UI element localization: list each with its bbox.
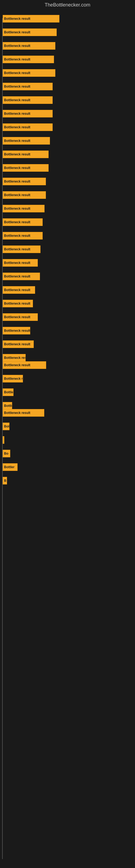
bottleneck-bar: Bottleneck result <box>3 137 50 145</box>
bar-label: Bottleneck result <box>4 356 26 360</box>
bottleneck-bar: Bottleneck result <box>3 69 55 77</box>
bottleneck-bar: Bottleneck result <box>3 29 57 36</box>
bar-label: Bottleneck result <box>4 234 30 238</box>
bar-label: Bottleneck result <box>4 363 30 367</box>
bottleneck-bar: Bottleneck result <box>3 246 41 253</box>
bottleneck-bar: Bottleneck result <box>3 96 53 104</box>
bottleneck-bar: Bottleneck result <box>3 354 26 362</box>
bar-label: Bottleneck result <box>4 44 30 48</box>
bottleneck-bar: Bottleneck result <box>3 56 54 63</box>
bottleneck-bar: Bottleneck result <box>3 375 23 382</box>
bar-label: Bottleneck result <box>4 139 30 143</box>
bottleneck-bar: B <box>3 477 7 485</box>
bar-label: Bottleneck result <box>4 17 30 21</box>
bottleneck-bar: Bottleneck result <box>3 15 59 23</box>
bottleneck-bar: Bottleneck result <box>3 389 13 396</box>
bottleneck-bar: Bottleneck result <box>3 313 38 321</box>
bottleneck-bar: Bottleneck result <box>3 205 45 212</box>
bar-label: Bottleneck result <box>4 411 30 415</box>
bar-label: Bottleneck result <box>4 247 30 251</box>
bar-label: Bottleneck result <box>4 220 30 224</box>
bar-label: Bottleneck result <box>4 329 30 333</box>
bar-label: Bottleneck result <box>4 404 12 408</box>
bottleneck-bar: Bottleneck result <box>3 178 46 185</box>
bar-label: Bottleneck result <box>4 193 30 197</box>
bar-label: Bottleneck result <box>4 288 30 292</box>
chart-area: Bottleneck resultBottleneck resultBottle… <box>0 10 135 867</box>
bottleneck-bar: Bottleneck result <box>3 409 44 416</box>
bar-label: Bottleneck result <box>4 302 30 305</box>
bar-label: Bottleneck result <box>4 112 30 116</box>
bar-label: Bottleneck result <box>4 342 30 346</box>
bottleneck-bar: Bottleneck result <box>3 259 38 267</box>
bar-label: Bottleneck result <box>4 30 30 34</box>
bar-label: Bottleneck result <box>4 180 30 183</box>
bottleneck-bar: Bottleneck result <box>3 300 33 307</box>
bottleneck-bar: Bo <box>3 450 10 457</box>
bar-label: Bottleneck result <box>4 166 30 170</box>
bottleneck-bar: Bottleneck result <box>3 110 53 118</box>
bottleneck-bar: Bottleneck result <box>3 218 43 226</box>
bottleneck-bar: Bottleneck result <box>3 123 53 131</box>
bar-label: Bo <box>4 452 8 456</box>
bar-label: Bottleneck result <box>4 98 30 102</box>
bar-label: Bottleneck result <box>4 85 30 88</box>
bar-label: Bottleneck result <box>4 390 13 394</box>
bar-label: Bottleneck result <box>4 261 30 265</box>
bottleneck-bar: Bottler <box>3 463 17 471</box>
bottleneck-bar: Bottleneck result <box>3 286 35 294</box>
site-title: TheBottlenecker.com <box>0 0 135 10</box>
bar-label: Bottler <box>4 465 14 469</box>
bottleneck-bar: Bottleneck result <box>3 273 40 280</box>
bar-label: B <box>4 479 6 483</box>
bottleneck-bar: Bottleneck result <box>3 83 53 90</box>
bottleneck-bar: Bottleneck result <box>3 42 55 50</box>
bottleneck-bar: Bottleneck result <box>3 340 34 348</box>
bar-label: Bottleneck result <box>4 71 30 75</box>
bar-label: Bottleneck result <box>4 425 9 428</box>
bar-label: Bottleneck result <box>4 125 30 129</box>
bar-label: Bottleneck result <box>4 58 30 61</box>
bottleneck-bar: Bottleneck result <box>3 191 46 199</box>
bottleneck-bar: Bottleneck result <box>3 423 9 430</box>
bar-label: Bottleneck result <box>4 315 30 319</box>
bar-label: Bottleneck result <box>4 152 30 156</box>
bottleneck-bar <box>3 436 4 444</box>
bar-label: Bottleneck result <box>4 207 30 211</box>
bottleneck-bar: Bottleneck result <box>3 402 12 410</box>
bottleneck-bar: Bottleneck result <box>3 164 49 172</box>
bottleneck-bar: Bottleneck result <box>3 361 46 369</box>
bar-label: Bottleneck result <box>4 275 30 278</box>
bottleneck-bar: Bottleneck result <box>3 232 43 240</box>
bottleneck-bar: Bottleneck result <box>3 327 30 335</box>
bottleneck-bar: Bottleneck result <box>3 151 49 158</box>
bar-label: Bottleneck result <box>4 377 23 380</box>
